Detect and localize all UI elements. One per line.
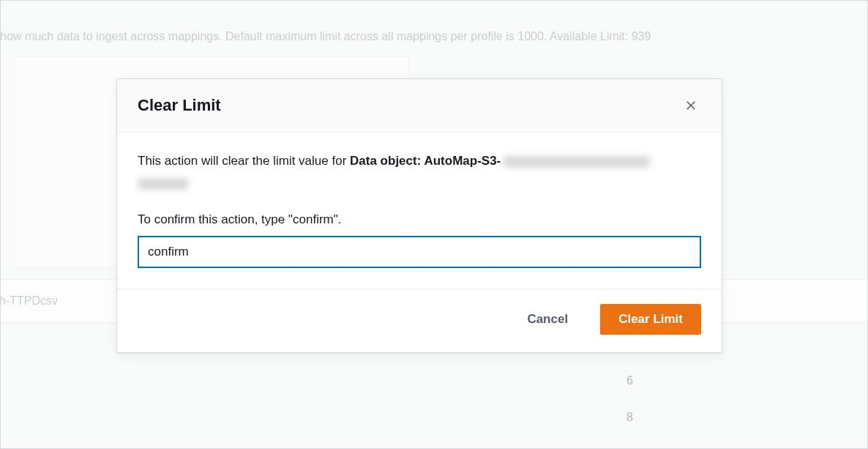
close-icon — [684, 99, 697, 112]
redacted-text-1 — [504, 156, 650, 168]
cancel-button[interactable]: Cancel — [509, 305, 585, 334]
confirm-input[interactable] — [138, 236, 701, 268]
modal-footer: Cancel Clear Limit — [117, 289, 722, 352]
modal-description: This action will clear the limit value f… — [138, 152, 701, 171]
confirm-instruction: To confirm this action, type "confirm". — [138, 210, 701, 229]
modal-title: Clear Limit — [138, 96, 221, 115]
modal-body: This action will clear the limit value f… — [117, 133, 722, 289]
data-object-label: Data object: AutoMap-S3- — [350, 154, 501, 168]
clear-limit-modal: Clear Limit This action will clear the l… — [116, 78, 722, 353]
redacted-text-2 — [138, 178, 189, 190]
desc-prefix: This action will clear the limit value f… — [138, 154, 350, 168]
close-button[interactable] — [681, 95, 701, 116]
clear-limit-button[interactable]: Clear Limit — [600, 304, 701, 335]
modal-header: Clear Limit — [117, 79, 722, 133]
